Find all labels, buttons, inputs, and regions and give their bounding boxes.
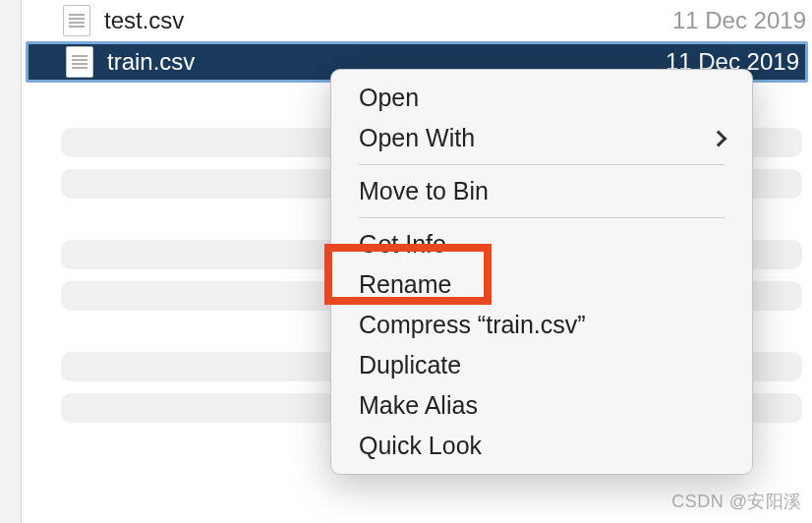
menu-separator	[359, 164, 725, 165]
menu-label: Rename	[359, 270, 452, 299]
menu-label: Open With	[359, 124, 475, 152]
sidebar-edge	[0, 0, 22, 523]
watermark: CSDN @安阳溪	[671, 490, 802, 513]
menu-item-move-to-bin[interactable]: Move to Bin	[331, 171, 752, 211]
file-row[interactable]: test.csv 11 Dec 2019	[22, 0, 812, 41]
disclosure-spacer	[44, 55, 58, 69]
menu-label: Move to Bin	[359, 177, 489, 205]
menu-item-compress[interactable]: Compress “train.csv”	[331, 305, 752, 345]
disclosure-spacer	[41, 14, 55, 28]
menu-item-open[interactable]: Open	[331, 78, 752, 118]
menu-item-open-with[interactable]: Open With	[331, 118, 752, 158]
menu-item-duplicate[interactable]: Duplicate	[331, 345, 752, 385]
menu-label: Get Info	[359, 230, 446, 259]
menu-label: Quick Look	[359, 432, 482, 460]
file-date: 11 Dec 2019	[672, 7, 812, 34]
document-icon	[63, 5, 90, 36]
menu-item-rename[interactable]: Rename	[331, 264, 752, 305]
menu-label: Compress “train.csv”	[359, 311, 586, 339]
file-name: test.csv	[104, 7, 672, 34]
document-icon	[66, 46, 93, 78]
chevron-right-icon	[711, 130, 727, 146]
menu-separator	[359, 217, 725, 218]
menu-label: Open	[359, 84, 419, 112]
menu-item-quick-look[interactable]: Quick Look	[331, 426, 752, 466]
menu-item-get-info[interactable]: Get Info	[331, 224, 752, 264]
menu-item-make-alias[interactable]: Make Alias	[331, 385, 752, 426]
menu-label: Duplicate	[359, 351, 461, 379]
menu-label: Make Alias	[359, 391, 478, 420]
context-menu: Open Open With Move to Bin Get Info Rena…	[330, 69, 753, 475]
